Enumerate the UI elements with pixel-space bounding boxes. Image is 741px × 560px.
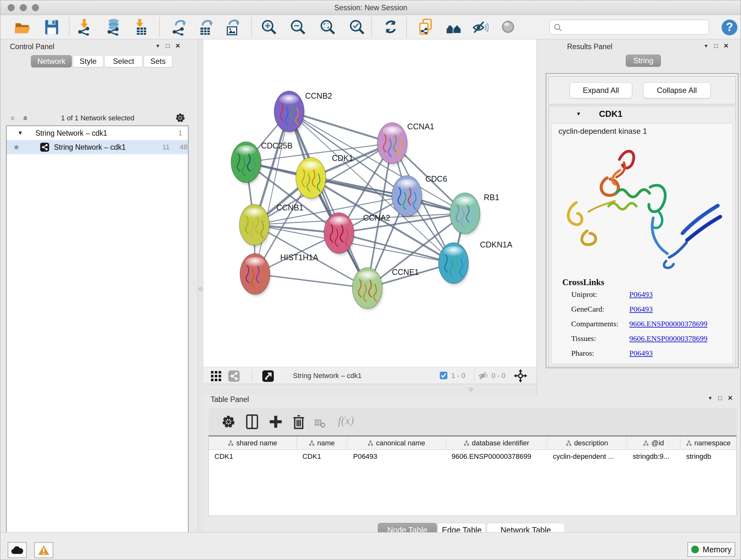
network-node-rb1[interactable]: RB1 xyxy=(450,193,499,235)
zoom-fit-icon[interactable] xyxy=(319,18,336,36)
collapse-panel-icon[interactable]: ▼ xyxy=(155,43,160,50)
left-splitter-handle[interactable] xyxy=(199,287,203,291)
tab-style[interactable]: Style xyxy=(73,55,104,67)
tab-sets[interactable]: Sets xyxy=(144,55,172,67)
create-column-icon[interactable] xyxy=(268,414,284,430)
node-label: CCNB2 xyxy=(305,91,332,100)
network-node-hist1h1a[interactable]: HIST1H1A xyxy=(240,253,319,296)
crosslink-link[interactable]: 9606.ENSP00000378699 xyxy=(629,334,708,343)
column-type-icon xyxy=(686,440,692,446)
refresh-layout-icon[interactable] xyxy=(382,18,399,36)
float-panel-icon[interactable]: □ xyxy=(166,43,170,50)
expand-all-networks-icon[interactable]: » xyxy=(8,116,18,120)
open-in-new-window-icon[interactable] xyxy=(262,370,274,382)
collapse-all-networks-icon[interactable]: « xyxy=(21,116,30,120)
export-network-icon[interactable] xyxy=(170,18,187,36)
tab-network[interactable]: Network xyxy=(31,55,72,67)
close-panel-icon[interactable]: ✕ xyxy=(728,395,733,401)
save-session-icon[interactable] xyxy=(43,18,60,36)
hidden-nodes-eye-icon xyxy=(479,372,489,380)
network-edge[interactable] xyxy=(255,274,367,288)
expand-all-button[interactable]: Expand All xyxy=(569,82,632,98)
entry-expander-icon[interactable]: ▼ xyxy=(576,111,581,117)
crosslink-link[interactable]: P06493 xyxy=(629,305,653,313)
string-network-graph[interactable]: CCNB2CCNA1CDC25BCDK1CDC6RB1CCNB1CCNA2CDK… xyxy=(204,39,536,367)
collection-count: 1 xyxy=(179,129,182,137)
delete-column-icon[interactable] xyxy=(291,414,307,430)
network-node-cdkn1a[interactable]: CDKN1A xyxy=(439,240,513,285)
float-panel-icon[interactable]: □ xyxy=(714,43,718,50)
node-count: 11 xyxy=(162,143,170,151)
string-network-gray-icon[interactable] xyxy=(228,370,240,382)
close-panel-icon[interactable]: ✕ xyxy=(724,43,729,50)
table-options-gear-icon[interactable] xyxy=(220,414,237,430)
column-header: description xyxy=(547,436,627,449)
title-bar: Session: New Session xyxy=(0,0,741,15)
table-row[interactable]: CDK1 CDK1 P06493 9606.ENSP00000378699 cy… xyxy=(209,450,736,464)
tab-select[interactable]: Select xyxy=(105,55,143,67)
network-node-ccnb2[interactable]: CCNB2 xyxy=(274,91,332,133)
table-panel-title: Table Panel xyxy=(211,395,249,404)
export-image-icon[interactable] xyxy=(224,18,241,36)
float-panel-icon[interactable]: □ xyxy=(718,395,722,401)
network-node-cdk1[interactable]: CDK1 xyxy=(296,153,353,200)
close-panel-icon[interactable]: ✕ xyxy=(175,43,180,50)
zoom-out-icon[interactable] xyxy=(289,18,307,36)
export-table-icon[interactable] xyxy=(197,18,214,36)
collapse-panel-icon[interactable]: ▼ xyxy=(708,395,713,401)
import-network-from-database-icon[interactable] xyxy=(105,18,122,36)
entry-header[interactable]: ▼ CDK1 xyxy=(549,106,736,123)
search-input[interactable] xyxy=(549,20,709,35)
show-columns-icon[interactable] xyxy=(244,414,260,430)
import-network-icon[interactable] xyxy=(76,18,93,36)
network-row[interactable]: String Network – cdk1 11 48 xyxy=(7,140,188,154)
node-label: CDC6 xyxy=(425,174,447,183)
main-toolbar: ? xyxy=(0,15,741,39)
network-options-gear-icon[interactable] xyxy=(175,112,186,124)
column-type-icon xyxy=(309,440,315,446)
network-collection-row[interactable]: ▼ String Network – cdk1 1 xyxy=(7,126,188,140)
crosslink-link[interactable]: P06493 xyxy=(629,349,653,357)
show-all-icon[interactable] xyxy=(499,18,517,36)
zoom-selected-icon[interactable] xyxy=(348,18,365,36)
pan-crosshair-icon[interactable] xyxy=(514,369,527,382)
help-icon[interactable]: ? xyxy=(721,19,738,36)
horizontal-splitter-handle[interactable] xyxy=(469,387,473,391)
network-node-ccna1[interactable]: CCNA1 xyxy=(377,122,434,165)
tab-string-results[interactable]: String xyxy=(626,55,661,67)
clone-network-icon[interactable] xyxy=(417,18,434,36)
collapse-panel-icon[interactable]: ▼ xyxy=(704,43,709,50)
birds-eye-view-icon[interactable] xyxy=(211,371,221,381)
control-panel-title: Control Panel xyxy=(10,43,54,51)
zoom-in-icon[interactable] xyxy=(260,18,277,36)
memory-button[interactable]: Memory xyxy=(687,542,735,557)
warning-icon xyxy=(38,545,50,556)
collection-expander-icon[interactable]: ▼ xyxy=(17,130,23,136)
collapse-all-button[interactable]: Collapse All xyxy=(643,82,711,98)
crosslink-link[interactable]: P06493 xyxy=(629,290,653,299)
toolbar-separator xyxy=(406,17,407,37)
search-icon xyxy=(554,23,562,32)
first-neighbors-icon[interactable] xyxy=(445,18,462,36)
node-label: CDC25B xyxy=(261,141,293,150)
node-label: HIST1H1A xyxy=(280,253,319,262)
crosslink-label: GeneCard: xyxy=(571,305,604,313)
column-header: database identifier xyxy=(446,436,547,449)
network-node-cdc25b[interactable]: CDC25B xyxy=(231,141,293,184)
network-node-cdc6[interactable]: CDC6 xyxy=(392,174,447,218)
crosslink-link[interactable]: 9606.ENSP00000378699 xyxy=(629,320,708,328)
cloud-status-button[interactable] xyxy=(8,542,27,558)
import-table-icon[interactable] xyxy=(132,18,149,36)
control-panel: Control Panel ▼ □ ✕ Network Style Select… xyxy=(0,39,198,532)
selected-nodes-checkbox[interactable] xyxy=(440,372,448,379)
hide-selected-icon[interactable] xyxy=(471,18,488,36)
network-edge[interactable] xyxy=(289,111,392,143)
node-result-entry: ▼ CDK1 cyclin-dependent kinase 1 xyxy=(548,106,736,366)
network-edge[interactable] xyxy=(255,111,289,274)
warnings-button[interactable] xyxy=(34,542,53,558)
collection-label: String Network – cdk1 xyxy=(36,129,107,138)
protein-structure-image xyxy=(558,140,730,271)
open-file-icon[interactable] xyxy=(14,18,31,36)
node-table[interactable]: shared name name canonical name database… xyxy=(208,435,737,516)
network-view-canvas[interactable]: CCNB2CCNA1CDC25BCDK1CDC6RB1CCNB1CCNA2CDK… xyxy=(204,39,536,367)
